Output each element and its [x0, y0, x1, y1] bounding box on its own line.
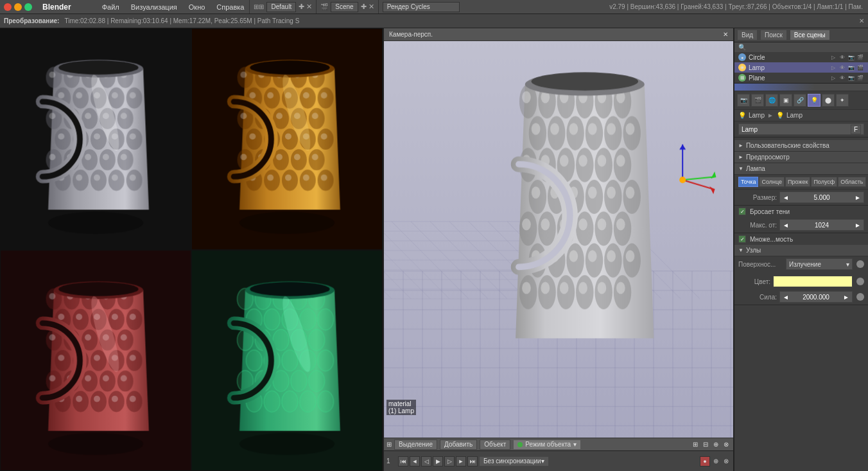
tl-icon-2[interactable]: ⊗ — [722, 458, 731, 465]
prop-icon-render[interactable]: 📷 — [737, 94, 750, 107]
panel-close-btn[interactable]: ✕ — [859, 17, 864, 24]
menu-file[interactable]: Файл — [97, 2, 125, 12]
maxdist-arrow-right[interactable]: ► — [855, 222, 861, 229]
minimize-button[interactable] — [14, 3, 22, 11]
tab-search[interactable]: Поиск — [760, 30, 787, 40]
lamp-type-area[interactable]: Область — [838, 177, 865, 187]
strength-dot[interactable] — [856, 293, 864, 301]
menu-window[interactable]: Окно — [184, 2, 211, 12]
lamp-name-field[interactable]: Lamp F — [738, 123, 864, 135]
lamp-camera-icon[interactable]: 📷 — [847, 64, 855, 71]
sync-dropdown[interactable]: Без синхронизации ▾ — [479, 456, 549, 467]
record-btn[interactable]: ● — [700, 456, 710, 467]
strength-arrow-left[interactable]: ◄ — [783, 294, 789, 301]
lamp-render-icon[interactable]: 🎬 — [856, 64, 864, 71]
prop-icon-object[interactable]: ▣ — [779, 94, 792, 107]
strength-field[interactable]: ◄ 2000.000 ► — [779, 291, 853, 303]
prop-icon-material[interactable]: ⬤ — [822, 94, 835, 107]
layout-add-icon[interactable]: ✚ ✕ — [299, 3, 312, 11]
tl-icon-1[interactable]: ⊕ — [711, 458, 720, 465]
color-swatch[interactable] — [773, 276, 853, 287]
menu-help[interactable]: Справка — [211, 2, 249, 12]
circle-eye-icon[interactable]: 👁 — [838, 53, 846, 61]
lamp-section-header[interactable]: ▼ Лампа — [734, 163, 868, 175]
renderer-selector[interactable]: Рендер Cycles — [383, 2, 460, 12]
lamp-type-point[interactable]: Точка — [738, 177, 758, 187]
lamp-type-spot[interactable]: Прожек — [785, 177, 810, 187]
timeline-first-btn[interactable]: ⏮ — [398, 456, 408, 467]
circle-camera-icon[interactable]: 📷 — [847, 53, 855, 61]
viewport-close-btn[interactable]: ✕ — [723, 31, 728, 38]
object-btn[interactable]: Объект — [480, 440, 510, 450]
render-thumb-2[interactable] — [191, 28, 383, 250]
breadcrumb-lamp[interactable]: Lamp — [749, 112, 765, 119]
layout-selector[interactable]: Default — [266, 2, 296, 12]
strength-arrow-right[interactable]: ► — [843, 294, 849, 301]
add-btn[interactable]: Добавить — [440, 440, 477, 450]
outliner-item-lamp[interactable]: ◉ Lamp ▷ 👁 📷 🎬 — [734, 62, 868, 73]
lamp-f-btn[interactable]: F — [851, 125, 861, 134]
size-row: Размер: ◄ 5.000 ► — [734, 190, 868, 206]
close-button[interactable] — [4, 3, 12, 11]
tab-view[interactable]: Вид — [737, 30, 758, 40]
outliner-item-circle[interactable]: ● Circle ▷ 👁 📷 🎬 — [734, 52, 868, 62]
viewport-icon-3[interactable]: ⊕ — [711, 441, 720, 448]
menu-render[interactable]: Визуализация — [126, 2, 182, 12]
prop-icon-data[interactable]: 💡 — [808, 94, 820, 107]
size-field[interactable]: ◄ 5.000 ► — [779, 191, 864, 203]
timeline-prev2-btn[interactable]: ◁ — [421, 456, 431, 467]
render-thumb-1[interactable] — [0, 28, 191, 250]
breadcrumb-lamp2[interactable]: Lamp — [786, 112, 803, 119]
transform-label: Преобразование: — [4, 17, 59, 24]
viewport-body[interactable]: material (1) Lamp — [384, 41, 733, 438]
outliner-item-plane[interactable]: ▦ Plane ▷ 👁 📷 🎬 — [734, 73, 868, 83]
prop-icon-scene[interactable]: 🎬 — [751, 94, 764, 107]
viewport-icon-2[interactable]: ⊟ — [701, 441, 710, 448]
render-thumb-3[interactable] — [0, 250, 191, 472]
scene-segment: 🎬 Scene ✚ ✕ — [316, 0, 378, 13]
prop-icon-particles[interactable]: ✦ — [836, 94, 849, 107]
timeline-next2-btn[interactable]: ► — [456, 456, 466, 467]
surface-dot[interactable] — [856, 260, 864, 268]
lamp-type-hemi[interactable]: Полусф — [811, 177, 837, 187]
plane-camera-icon[interactable]: 📷 — [847, 74, 855, 82]
maxdist-field[interactable]: ◄ 1024 ► — [779, 219, 864, 231]
size-arrow-right[interactable]: ► — [855, 194, 861, 201]
surface-dropdown[interactable]: Излучение ▾ — [786, 258, 853, 270]
mode-selector[interactable]: Режим объекта ▾ — [513, 440, 581, 450]
timeline-prev-btn[interactable]: ◄ — [410, 456, 420, 467]
plane-eye-icon[interactable]: 👁 — [838, 74, 846, 82]
circle-restrict-select[interactable]: ▷ — [829, 53, 837, 61]
viewport-icon-4[interactable]: ⊗ — [722, 441, 731, 448]
tab-all-scenes[interactable]: Все сцены — [790, 30, 830, 40]
plane-render-icon[interactable]: 🎬 — [856, 74, 864, 82]
color-dot[interactable] — [856, 278, 864, 285]
top-menu-bar: Blender Файл Визуализация Окно Справка ⊞… — [0, 0, 868, 14]
timeline-last-btn[interactable]: ⏭ — [467, 456, 478, 467]
user-props-arrow: ► — [738, 143, 743, 148]
multiply-checkbox[interactable]: ✓ — [738, 235, 746, 243]
timeline-next-btn[interactable]: ▷ — [444, 456, 455, 467]
viewport-toggle-icon[interactable]: ⊞ — [386, 441, 392, 448]
size-arrow-left[interactable]: ◄ — [783, 194, 789, 201]
timeline-play-btn[interactable]: ▶ — [433, 456, 443, 467]
render-thumb-4[interactable] — [191, 250, 383, 472]
user-props-header[interactable]: ► Пользовательские свойства — [734, 140, 868, 152]
plane-restrict-select[interactable]: ▷ — [829, 74, 837, 82]
maximize-button[interactable] — [24, 3, 32, 11]
lamp-type-sun[interactable]: Солнце — [759, 177, 785, 187]
lamp-eye-icon[interactable]: 👁 — [838, 64, 846, 71]
scene-selector[interactable]: Scene — [331, 2, 358, 12]
viewport-icon-1[interactable]: ⊞ — [691, 441, 700, 448]
select-btn[interactable]: Выделение — [394, 440, 437, 450]
prop-icon-world[interactable]: 🌐 — [765, 94, 778, 107]
nodes-header[interactable]: ▼ Узлы — [734, 245, 868, 256]
cast-shadow-checkbox[interactable]: ✓ — [738, 208, 746, 215]
maxdist-arrow-left[interactable]: ◄ — [783, 222, 789, 229]
lamp-type-tabs: Точка Солнце Прожек Полусф Область — [734, 175, 868, 190]
circle-render-icon[interactable]: 🎬 — [856, 53, 864, 61]
prop-icon-constraints[interactable]: 🔗 — [794, 94, 806, 107]
scene-add-icon[interactable]: ✚ ✕ — [361, 3, 374, 11]
lamp-restrict-select[interactable]: ▷ — [829, 64, 837, 71]
preview-header[interactable]: ► Предпросмотр — [734, 152, 868, 163]
